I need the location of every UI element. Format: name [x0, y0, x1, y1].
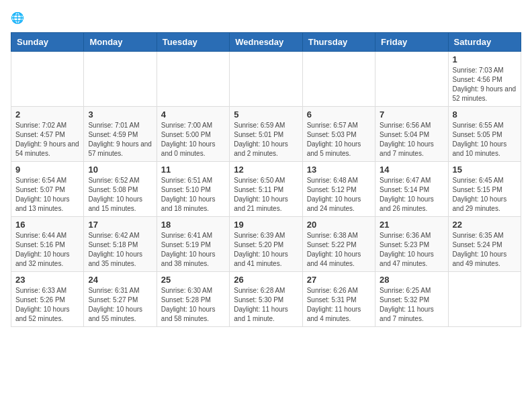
day-cell: 1Sunrise: 7:03 AM Sunset: 4:56 PM Daylig…	[448, 52, 521, 107]
day-number: 24	[88, 275, 152, 285]
calendar: SundayMondayTuesdayWednesdayThursdayFrid…	[11, 32, 521, 327]
day-cell: 24Sunrise: 6:31 AM Sunset: 5:27 PM Dayli…	[84, 272, 157, 327]
day-number: 13	[307, 165, 371, 175]
day-cell: 12Sunrise: 6:50 AM Sunset: 5:11 PM Dayli…	[230, 162, 302, 217]
weekday-header-friday: Friday	[375, 33, 448, 52]
day-info: Sunrise: 6:42 AM Sunset: 5:18 PM Dayligh…	[88, 231, 152, 269]
day-info: Sunrise: 6:41 AM Sunset: 5:19 PM Dayligh…	[161, 231, 225, 269]
day-info: Sunrise: 7:02 AM Sunset: 4:57 PM Dayligh…	[15, 121, 79, 158]
day-number: 6	[307, 109, 371, 120]
weekday-header-row: SundayMondayTuesdayWednesdayThursdayFrid…	[11, 33, 521, 52]
day-cell: 10Sunrise: 6:52 AM Sunset: 5:08 PM Dayli…	[84, 162, 157, 217]
day-number: 19	[234, 220, 298, 230]
day-number: 20	[307, 220, 371, 230]
day-info: Sunrise: 6:35 AM Sunset: 5:24 PM Dayligh…	[453, 231, 517, 269]
day-cell: 26Sunrise: 6:28 AM Sunset: 5:30 PM Dayli…	[230, 272, 302, 327]
day-info: Sunrise: 6:59 AM Sunset: 5:01 PM Dayligh…	[234, 121, 298, 158]
day-info: Sunrise: 7:00 AM Sunset: 5:00 PM Dayligh…	[161, 121, 225, 158]
day-number: 21	[380, 220, 443, 230]
day-info: Sunrise: 6:38 AM Sunset: 5:22 PM Dayligh…	[307, 231, 371, 269]
weekday-header-sunday: Sunday	[11, 33, 84, 52]
day-cell: 18Sunrise: 6:41 AM Sunset: 5:19 PM Dayli…	[157, 217, 229, 272]
weekday-header-wednesday: Wednesday	[230, 33, 302, 52]
day-info: Sunrise: 6:39 AM Sunset: 5:20 PM Dayligh…	[234, 231, 298, 269]
day-cell	[84, 52, 157, 107]
day-number: 14	[380, 165, 443, 175]
day-cell: 4Sunrise: 7:00 AM Sunset: 5:00 PM Daylig…	[157, 107, 229, 162]
day-cell: 15Sunrise: 6:45 AM Sunset: 5:15 PM Dayli…	[448, 162, 521, 217]
day-cell: 17Sunrise: 6:42 AM Sunset: 5:18 PM Dayli…	[84, 217, 157, 272]
day-cell: 16Sunrise: 6:44 AM Sunset: 5:16 PM Dayli…	[11, 217, 84, 272]
day-cell	[302, 52, 375, 107]
day-cell: 23Sunrise: 6:33 AM Sunset: 5:26 PM Dayli…	[11, 272, 84, 327]
day-number: 28	[380, 275, 443, 285]
day-number: 16	[15, 220, 79, 230]
day-cell: 9Sunrise: 6:54 AM Sunset: 5:07 PM Daylig…	[11, 162, 84, 217]
weekday-header-thursday: Thursday	[302, 33, 375, 52]
day-info: Sunrise: 6:57 AM Sunset: 5:03 PM Dayligh…	[307, 121, 371, 158]
day-number: 25	[161, 275, 225, 285]
week-row-5: 23Sunrise: 6:33 AM Sunset: 5:26 PM Dayli…	[11, 272, 521, 327]
day-number: 11	[161, 165, 225, 175]
day-number: 15	[453, 165, 517, 175]
day-number: 10	[88, 165, 152, 175]
day-info: Sunrise: 6:50 AM Sunset: 5:11 PM Dayligh…	[234, 176, 298, 214]
week-row-4: 16Sunrise: 6:44 AM Sunset: 5:16 PM Dayli…	[11, 217, 521, 272]
day-cell: 25Sunrise: 6:30 AM Sunset: 5:28 PM Dayli…	[157, 272, 229, 327]
day-number: 4	[161, 109, 225, 120]
day-cell: 22Sunrise: 6:35 AM Sunset: 5:24 PM Dayli…	[448, 217, 521, 272]
day-number: 12	[234, 165, 298, 175]
day-number: 3	[88, 109, 152, 120]
day-info: Sunrise: 6:31 AM Sunset: 5:27 PM Dayligh…	[88, 286, 152, 324]
day-info: Sunrise: 6:52 AM Sunset: 5:08 PM Dayligh…	[88, 176, 152, 214]
day-number: 5	[234, 109, 298, 120]
day-cell: 3Sunrise: 7:01 AM Sunset: 4:59 PM Daylig…	[84, 107, 157, 162]
week-row-1: 1Sunrise: 7:03 AM Sunset: 4:56 PM Daylig…	[11, 52, 521, 107]
day-cell: 13Sunrise: 6:48 AM Sunset: 5:12 PM Dayli…	[302, 162, 375, 217]
day-cell	[11, 52, 84, 107]
day-info: Sunrise: 7:03 AM Sunset: 4:56 PM Dayligh…	[453, 66, 517, 103]
day-cell: 21Sunrise: 6:36 AM Sunset: 5:23 PM Dayli…	[375, 217, 448, 272]
day-number: 27	[307, 275, 371, 285]
day-cell	[375, 52, 448, 107]
day-info: Sunrise: 6:26 AM Sunset: 5:31 PM Dayligh…	[307, 286, 371, 324]
day-cell: 8Sunrise: 6:55 AM Sunset: 5:05 PM Daylig…	[448, 107, 521, 162]
logo-icon: 🌐	[11, 11, 27, 27]
weekday-header-saturday: Saturday	[448, 33, 521, 52]
week-row-3: 9Sunrise: 6:54 AM Sunset: 5:07 PM Daylig…	[11, 162, 521, 217]
day-info: Sunrise: 6:54 AM Sunset: 5:07 PM Dayligh…	[15, 176, 79, 214]
day-info: Sunrise: 6:36 AM Sunset: 5:23 PM Dayligh…	[380, 231, 443, 269]
weekday-header-tuesday: Tuesday	[157, 33, 229, 52]
day-cell: 20Sunrise: 6:38 AM Sunset: 5:22 PM Dayli…	[302, 217, 375, 272]
day-info: Sunrise: 7:01 AM Sunset: 4:59 PM Dayligh…	[88, 121, 152, 158]
day-info: Sunrise: 6:56 AM Sunset: 5:04 PM Dayligh…	[380, 121, 443, 158]
day-number: 2	[15, 109, 79, 120]
day-cell: 2Sunrise: 7:02 AM Sunset: 4:57 PM Daylig…	[11, 107, 84, 162]
day-cell	[157, 52, 229, 107]
day-number: 9	[15, 165, 79, 175]
day-info: Sunrise: 6:25 AM Sunset: 5:32 PM Dayligh…	[380, 286, 443, 324]
logo: 🌐	[11, 11, 30, 27]
day-number: 18	[161, 220, 225, 230]
day-number: 7	[380, 109, 443, 120]
day-cell: 27Sunrise: 6:26 AM Sunset: 5:31 PM Dayli…	[302, 272, 375, 327]
day-number: 17	[88, 220, 152, 230]
day-cell: 5Sunrise: 6:59 AM Sunset: 5:01 PM Daylig…	[230, 107, 302, 162]
day-info: Sunrise: 6:45 AM Sunset: 5:15 PM Dayligh…	[453, 176, 517, 214]
day-info: Sunrise: 6:28 AM Sunset: 5:30 PM Dayligh…	[234, 286, 298, 324]
day-number: 26	[234, 275, 298, 285]
header: 🌐	[11, 11, 521, 27]
week-row-2: 2Sunrise: 7:02 AM Sunset: 4:57 PM Daylig…	[11, 107, 521, 162]
day-info: Sunrise: 6:51 AM Sunset: 5:10 PM Dayligh…	[161, 176, 225, 214]
day-number: 8	[453, 109, 517, 120]
day-number: 1	[453, 54, 517, 64]
day-cell: 14Sunrise: 6:47 AM Sunset: 5:14 PM Dayli…	[375, 162, 448, 217]
day-cell	[230, 52, 302, 107]
day-info: Sunrise: 6:33 AM Sunset: 5:26 PM Dayligh…	[15, 286, 79, 324]
day-info: Sunrise: 6:44 AM Sunset: 5:16 PM Dayligh…	[15, 231, 79, 269]
day-info: Sunrise: 6:30 AM Sunset: 5:28 PM Dayligh…	[161, 286, 225, 324]
day-info: Sunrise: 6:55 AM Sunset: 5:05 PM Dayligh…	[453, 121, 517, 158]
svg-text:🌐: 🌐	[11, 11, 24, 24]
day-cell: 11Sunrise: 6:51 AM Sunset: 5:10 PM Dayli…	[157, 162, 229, 217]
day-info: Sunrise: 6:48 AM Sunset: 5:12 PM Dayligh…	[307, 176, 371, 214]
